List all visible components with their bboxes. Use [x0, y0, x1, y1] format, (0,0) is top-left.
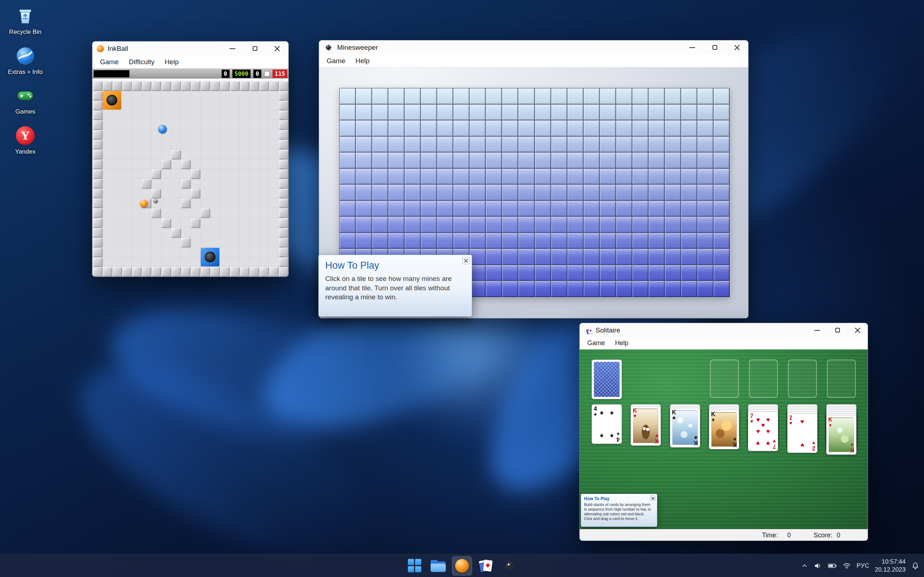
mine-tile[interactable] [486, 185, 502, 200]
mine-tile[interactable] [372, 121, 388, 136]
mine-tile[interactable] [518, 137, 534, 153]
mine-tile[interactable] [502, 153, 518, 168]
mine-tile[interactable] [535, 121, 551, 136]
mine-tile[interactable] [632, 265, 648, 281]
mine-tile[interactable] [632, 137, 648, 153]
mine-tile[interactable] [616, 89, 632, 104]
tableau-pile[interactable]: K♦K♦ [826, 404, 856, 469]
menu-game[interactable]: Game [322, 56, 350, 66]
mine-tile[interactable] [535, 169, 551, 185]
mine-tile[interactable] [616, 185, 632, 200]
mine-tile[interactable] [372, 217, 388, 233]
mine-tile[interactable] [600, 169, 616, 185]
mine-tile[interactable] [697, 233, 713, 249]
taskbar-minesweeper-button[interactable] [499, 556, 520, 575]
mine-tile[interactable] [405, 121, 420, 136]
mine-tile[interactable] [649, 105, 664, 121]
mine-tile[interactable] [600, 137, 616, 153]
mine-tile[interactable] [714, 169, 729, 185]
mine-tile[interactable] [584, 105, 599, 121]
mine-tile[interactable] [372, 137, 388, 153]
mine-tile[interactable] [340, 185, 355, 200]
mine-tile[interactable] [665, 217, 681, 233]
mine-tile[interactable] [372, 233, 388, 249]
mine-tile[interactable] [405, 137, 420, 153]
tray-clock[interactable]: 10:57:44 20.12.2023 [875, 558, 906, 574]
inkball-titlebar[interactable]: InkBall [92, 42, 288, 56]
mine-tile[interactable] [665, 265, 681, 281]
mine-tile[interactable] [470, 121, 485, 136]
mine-tile[interactable] [616, 249, 632, 265]
mine-tile[interactable] [632, 281, 648, 297]
mine-tile[interactable] [453, 153, 469, 168]
maximize-button[interactable] [827, 323, 848, 337]
mine-tile[interactable] [518, 185, 534, 200]
desktop-icon-recycle-bin[interactable]: Recycle Bin [5, 6, 45, 36]
speaker-icon[interactable] [814, 561, 822, 570]
mine-tile[interactable] [584, 217, 599, 233]
mine-tile[interactable] [551, 281, 567, 297]
mine-tile[interactable] [632, 233, 648, 249]
mine-tile[interactable] [372, 153, 388, 168]
mine-tile[interactable] [405, 233, 420, 249]
mine-tile[interactable] [437, 169, 453, 185]
mine-tile[interactable] [470, 217, 485, 233]
mine-tile[interactable] [453, 185, 469, 200]
mine-tile[interactable] [649, 153, 664, 168]
mine-tile[interactable] [340, 201, 355, 217]
mine-tile[interactable] [356, 137, 372, 153]
mine-tile[interactable] [356, 217, 372, 233]
maximize-button[interactable] [244, 42, 266, 56]
mine-tile[interactable] [697, 265, 713, 281]
mine-tile[interactable] [388, 137, 404, 153]
mine-tile[interactable] [437, 105, 453, 121]
mine-tile[interactable] [584, 201, 599, 217]
mine-tile[interactable] [616, 201, 632, 217]
mine-tile[interactable] [453, 217, 469, 233]
mine-tile[interactable] [486, 137, 502, 153]
mine-tile[interactable] [453, 137, 469, 153]
inkball-board[interactable] [92, 81, 288, 277]
mine-tile[interactable] [551, 217, 567, 233]
mine-tile[interactable] [502, 105, 518, 121]
mine-tile[interactable] [567, 201, 583, 217]
mine-tile[interactable] [405, 185, 420, 200]
mine-tile[interactable] [421, 217, 437, 233]
mine-tile[interactable] [649, 89, 664, 104]
mine-tile[interactable] [437, 137, 453, 153]
mine-tile[interactable] [567, 169, 583, 185]
mine-tile[interactable] [567, 105, 583, 121]
mine-tile[interactable] [388, 217, 404, 233]
card-K-hearts[interactable]: K♥K♥ [630, 406, 661, 446]
tableau-pile[interactable]: K♠K♠ [709, 404, 739, 469]
mine-tile[interactable] [567, 233, 583, 249]
desktop-icon-extras-info[interactable]: Extras + Info [5, 46, 45, 76]
mine-tile[interactable] [697, 281, 713, 297]
mine-tile[interactable] [340, 105, 355, 121]
mine-tile[interactable] [551, 89, 567, 104]
mine-tile[interactable] [502, 89, 518, 104]
mine-tile[interactable] [600, 185, 616, 200]
mine-tile[interactable] [714, 217, 729, 233]
mine-tile[interactable] [649, 281, 664, 297]
mine-tile[interactable] [356, 169, 372, 185]
mine-tile[interactable] [356, 121, 372, 136]
close-icon[interactable] [462, 257, 470, 264]
mine-tile[interactable] [714, 281, 729, 297]
taskbar-inkball-button[interactable] [452, 556, 472, 575]
mine-tile[interactable] [453, 121, 469, 136]
mine-tile[interactable] [649, 265, 664, 281]
mine-tile[interactable] [584, 89, 599, 104]
taskbar-solitaire-button[interactable] [476, 556, 496, 575]
mine-tile[interactable] [649, 137, 664, 153]
mine-tile[interactable] [632, 217, 648, 233]
mine-tile[interactable] [535, 265, 551, 281]
minimize-button[interactable] [807, 323, 827, 337]
mine-tile[interactable] [714, 153, 729, 168]
mine-tile[interactable] [665, 281, 681, 297]
maximize-button[interactable] [703, 40, 726, 55]
mine-tile[interactable] [470, 105, 485, 121]
mine-tile[interactable] [405, 217, 420, 233]
mine-tile[interactable] [567, 281, 583, 297]
card-2-hearts[interactable]: 2♥2♥♥♥ [787, 413, 817, 453]
